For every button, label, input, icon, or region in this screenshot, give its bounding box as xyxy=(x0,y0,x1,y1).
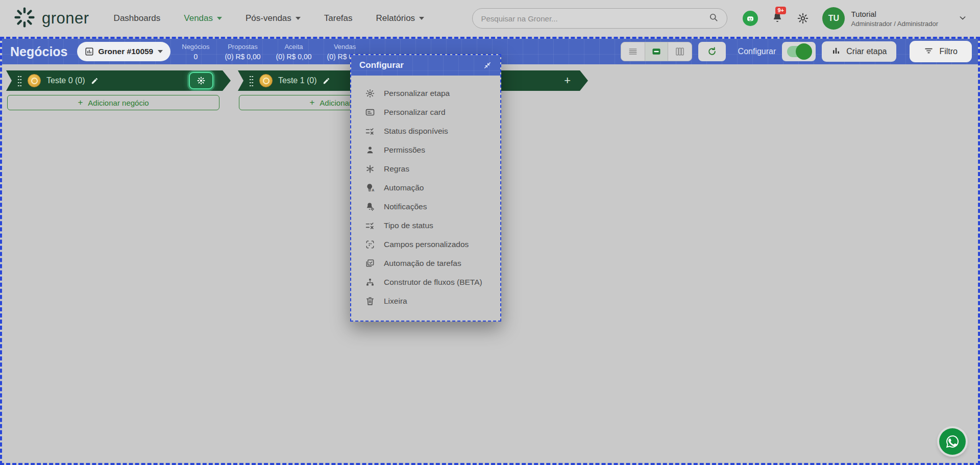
user-menu[interactable]: TU Tutorial Administrador / Administrado… xyxy=(822,7,967,30)
menu-item-personalizar-etapa[interactable]: Personalizar etapa xyxy=(351,84,500,103)
nav-item-vendas[interactable]: Vendas xyxy=(184,13,222,23)
topbar-icons: 9+ xyxy=(743,11,809,26)
menu-item-tipo-de-status[interactable]: Tipo de status xyxy=(351,216,500,235)
global-search xyxy=(472,8,727,29)
menu-item-campos-personalizados[interactable]: Campos personalizados xyxy=(351,235,500,254)
columns-view-button[interactable] xyxy=(668,42,692,61)
plus-icon: + xyxy=(78,97,83,108)
stage-settings-gear-button[interactable] xyxy=(189,72,213,89)
nav-item-relatorios[interactable]: Relatórios xyxy=(376,13,425,23)
notification-badge: 9+ xyxy=(775,7,786,14)
stage-header-teste-0[interactable]: Teste 0 (0) xyxy=(6,70,231,91)
bar-chart-icon xyxy=(85,47,94,56)
stat-aceita: Aceita (0) R$ 0,00 xyxy=(276,43,312,61)
nav-item-tarefas[interactable]: Tarefas xyxy=(324,13,353,23)
stat-propostas: Propostas (0) R$ 0,00 xyxy=(225,43,260,61)
support-chat-icon[interactable] xyxy=(743,11,758,26)
menu-item-construtor-de-fluxos[interactable]: Construtor de fluxos (BETA) xyxy=(351,273,500,291)
configure-menu: Personalizar etapa Personalizar card Sta… xyxy=(351,76,500,321)
search-icon[interactable] xyxy=(708,12,719,25)
drag-handle-icon[interactable] xyxy=(17,75,22,87)
menu-item-regras[interactable]: Regras xyxy=(351,159,500,178)
qr-icon xyxy=(364,239,376,250)
top-navbar: groner Dashboards Vendas Pós-vendas Tare… xyxy=(0,0,980,37)
drag-handle-icon[interactable] xyxy=(249,75,254,87)
menu-item-permissoes[interactable]: Permissões xyxy=(351,140,500,159)
search-input[interactable] xyxy=(481,14,708,23)
task-check-icon xyxy=(364,258,376,268)
menu-item-automacao-de-tarefas[interactable]: Automação de tarefas xyxy=(351,254,500,273)
tree-icon xyxy=(364,277,376,287)
coin-icon xyxy=(28,74,41,87)
rule-check-icon xyxy=(364,221,376,231)
toggle-knob xyxy=(796,43,812,60)
gear-icon xyxy=(364,88,376,99)
chevron-down-icon xyxy=(217,17,222,20)
groner-logo-icon xyxy=(13,6,36,31)
stat-negocios: Negócios 0 xyxy=(182,43,209,61)
svg-text:A: A xyxy=(372,188,374,192)
board-selector-label: Groner #10059 xyxy=(99,47,154,56)
bar-chart-icon xyxy=(831,46,841,57)
page-title: Negócios xyxy=(10,44,68,59)
toolbar-actions: Configurar Criar etapa Filtro xyxy=(621,41,972,62)
settings-gear-icon[interactable] xyxy=(797,12,809,25)
plus-icon: + xyxy=(309,97,314,108)
add-deal-button-stage-0[interactable]: + Adicionar negócio xyxy=(7,95,219,110)
brand-name: groner xyxy=(42,9,89,28)
menu-item-personalizar-card[interactable]: Personalizar card xyxy=(351,103,500,121)
edit-pencil-icon[interactable] xyxy=(323,77,330,85)
chevron-down-icon[interactable] xyxy=(959,14,967,23)
menu-item-notificacoes[interactable]: Notificações xyxy=(351,197,500,216)
nav-item-pos-vendas[interactable]: Pós-vendas xyxy=(246,13,301,23)
bulb-icon: A xyxy=(364,183,376,193)
configure-toggle[interactable] xyxy=(782,42,816,61)
stage-name: Teste 1 (0) xyxy=(278,76,317,85)
notifications-bell-icon[interactable]: 9+ xyxy=(771,11,783,26)
configure-popup-header[interactable]: Configurar xyxy=(351,55,500,76)
pipeline-stats: Negócios 0 Propostas (0) R$ 0,00 Aceita … xyxy=(182,43,362,61)
configure-label: Configurar xyxy=(738,47,776,56)
filter-icon xyxy=(924,46,934,58)
avatar: TU xyxy=(822,7,845,30)
trash-icon xyxy=(364,296,376,306)
groner-logo[interactable]: groner xyxy=(13,6,89,31)
user-name: Tutorial xyxy=(851,10,938,18)
chevron-down-icon xyxy=(158,50,163,53)
list-view-button[interactable] xyxy=(621,42,645,61)
filter-button[interactable]: Filtro xyxy=(910,41,972,62)
coin-icon xyxy=(259,74,273,87)
configure-popup-title: Configurar xyxy=(359,60,404,70)
board-selector-button[interactable]: Groner #10059 xyxy=(77,42,171,61)
configure-popup: Configurar Personalizar etapa xyxy=(350,54,501,322)
menu-item-status-disponiveis[interactable]: Status disponíveis xyxy=(351,121,500,140)
refresh-button[interactable] xyxy=(698,42,726,61)
main-nav: Dashboards Vendas Pós-vendas Tarefas Rel… xyxy=(114,13,424,23)
nav-item-dashboards[interactable]: Dashboards xyxy=(114,13,161,23)
rule-check-icon xyxy=(364,126,376,136)
view-switcher xyxy=(621,42,692,61)
menu-item-automacao[interactable]: A Automação xyxy=(351,178,500,197)
create-stage-button[interactable]: Criar etapa xyxy=(822,41,896,62)
collapse-icon[interactable] xyxy=(483,61,492,70)
kanban-view-button[interactable] xyxy=(645,42,668,61)
user-role: Administrador / Administrador xyxy=(851,20,938,28)
person-icon xyxy=(364,145,376,155)
card-icon xyxy=(364,107,376,117)
stage-name: Teste 0 (0) xyxy=(46,76,85,85)
chevron-down-icon xyxy=(419,17,424,20)
bell-gear-icon xyxy=(364,202,376,212)
plus-icon: + xyxy=(564,74,571,87)
asterisk-icon xyxy=(364,164,376,174)
chevron-down-icon xyxy=(296,17,301,20)
whatsapp-button[interactable] xyxy=(939,428,966,455)
menu-item-lixeira[interactable]: Lixeira xyxy=(351,291,500,310)
edit-pencil-icon[interactable] xyxy=(91,77,99,85)
configure-mode-region: Negócios Groner #10059 Negócios 0 Propos… xyxy=(0,37,980,465)
